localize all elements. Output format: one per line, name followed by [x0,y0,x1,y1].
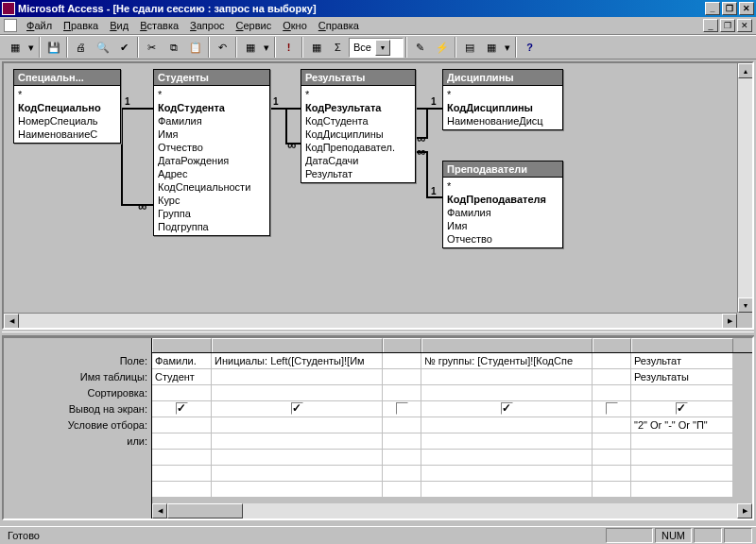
grid-cell[interactable] [383,466,421,482]
table-specialnosti[interactable]: Специальн... *КодСпециальноНомерСпециаль… [13,69,121,144]
grid-cell[interactable] [152,385,212,401]
grid-cell[interactable] [593,434,631,450]
table-field[interactable]: Отчество [154,141,269,154]
table-field[interactable]: НомерСпециаль [14,114,120,128]
grid-cell[interactable] [421,466,593,482]
table-field[interactable]: КодДисциплины [443,101,562,114]
grid-cell[interactable]: Результат [631,353,733,369]
grid-column-header[interactable] [593,338,631,352]
topvalues-combo[interactable]: Все ▼ [349,38,404,58]
scroll-right-icon[interactable]: ▶ [722,314,737,329]
grid-column-header[interactable] [631,338,733,352]
scroll-left-icon[interactable]: ◀ [4,314,19,329]
table-field[interactable]: Имя [443,219,562,232]
table-prepodavateli[interactable]: Преподаватели *КодПреподавателяФамилияИм… [442,161,563,248]
grid-cell[interactable] [383,385,421,401]
menu-окно[interactable]: Окно [277,18,313,33]
grid-cell[interactable] [421,385,593,401]
table-field[interactable]: КодПреподавателя [443,193,562,206]
mdi-document-icon[interactable] [4,19,17,32]
menu-файл[interactable]: Файл [21,18,58,33]
table-header[interactable]: Дисциплины [443,70,562,86]
grid-cell[interactable] [383,401,421,417]
table-field[interactable]: Фамилия [443,206,562,219]
grid-cell[interactable] [152,466,212,482]
grid-cell[interactable] [421,434,593,450]
grid-cell[interactable] [593,401,631,417]
run-button[interactable]: ! [278,37,300,58]
horizontal-scrollbar[interactable]: ◀ ▶ [4,313,737,328]
table-field[interactable]: КодРезультата [301,101,415,114]
grid-cell[interactable] [631,482,733,498]
menu-правка[interactable]: Правка [58,18,104,33]
print-button[interactable]: 🖨 [70,37,92,58]
scroll-right-icon[interactable]: ▶ [737,503,752,518]
grid-column-header[interactable] [212,338,383,352]
grid-cell[interactable] [593,369,631,385]
copy-button[interactable]: ⧉ [163,37,184,58]
menu-запрос[interactable]: Запрос [184,18,230,33]
show-checkbox[interactable] [676,402,688,415]
grid-cell[interactable] [631,466,733,482]
grid-cell[interactable] [593,353,631,369]
grid-cell[interactable] [421,450,593,466]
grid-column-header[interactable] [383,338,421,352]
relationship-canvas[interactable]: 1 ∞ 1 ∞ 1 ∞ 1 ∞ Специальн... *КодСпециал… [4,63,737,313]
table-studenty[interactable]: Студенты *КодСтудентаФамилияИмяОтчествоД… [153,69,270,236]
grid-cell[interactable]: "2" Or "-" Or "П" [631,417,733,434]
cut-button[interactable]: ✂ [141,37,163,58]
mdi-close-button[interactable]: ✕ [737,19,752,32]
querytype-dropdown-button[interactable]: ▾ [261,37,272,58]
grid-cell[interactable] [383,450,421,466]
table-field[interactable]: * [301,88,415,101]
grid-cell[interactable] [631,385,733,401]
newobject-button[interactable]: ▦ [480,37,502,58]
grid-cell[interactable] [212,417,383,434]
grid-column-header[interactable] [152,338,212,352]
grid-cell[interactable] [421,369,593,385]
grid-cell[interactable] [212,369,383,385]
table-field[interactable]: * [154,88,269,101]
menu-сервис[interactable]: Сервис [231,18,278,33]
grid-cell[interactable] [212,450,383,466]
grid-cell[interactable] [593,385,631,401]
vertical-scrollbar[interactable]: ▲ ▼ [737,63,752,313]
grid-cell[interactable]: Студент [152,369,212,385]
table-field[interactable]: КодДисциплины [301,128,415,141]
table-field[interactable]: Адрес [154,167,269,180]
grid-cell[interactable]: № группы: [Студенты]![КодСпе [421,353,593,369]
table-header[interactable]: Студенты [154,70,269,86]
grid-cell[interactable] [593,482,631,498]
scroll-thumb[interactable] [167,503,243,518]
grid-cell[interactable] [421,417,593,434]
grid-cell[interactable] [631,434,733,450]
grid-cell[interactable] [383,417,421,434]
grid-cell[interactable] [152,417,212,434]
grid-cell[interactable] [593,466,631,482]
table-field[interactable]: НаименованиеС [14,128,120,141]
show-checkbox[interactable] [291,402,303,415]
table-header[interactable]: Результаты [301,70,415,86]
table-field[interactable]: Фамилия [154,114,269,128]
paste-button[interactable]: 📋 [184,37,206,58]
newobject-dropdown-button[interactable]: ▾ [502,37,513,58]
showtable-button[interactable]: ▦ [305,37,327,58]
table-field[interactable]: * [443,88,562,101]
show-checkbox[interactable] [176,402,188,415]
scroll-left-icon[interactable]: ◀ [152,503,167,518]
querytype-button[interactable]: ▦ [239,37,261,58]
spell-button[interactable]: ✔ [113,37,135,58]
grid-cell[interactable] [593,450,631,466]
table-field[interactable]: ДатаРождения [154,154,269,167]
menu-вид[interactable]: Вид [104,18,134,33]
grid-cell[interactable] [383,353,421,369]
grid-cell[interactable] [421,482,593,498]
scroll-down-icon[interactable]: ▼ [738,298,753,313]
preview-button[interactable]: 🔍 [92,37,113,58]
dbwindow-button[interactable]: ▤ [458,37,480,58]
build-button[interactable]: ⚡ [431,37,453,58]
table-field[interactable]: Отчество [443,232,562,246]
grid-horizontal-scrollbar[interactable]: ◀ ▶ [152,503,752,518]
menu-справка[interactable]: Справка [313,18,365,33]
table-field[interactable]: Группа [154,207,269,220]
